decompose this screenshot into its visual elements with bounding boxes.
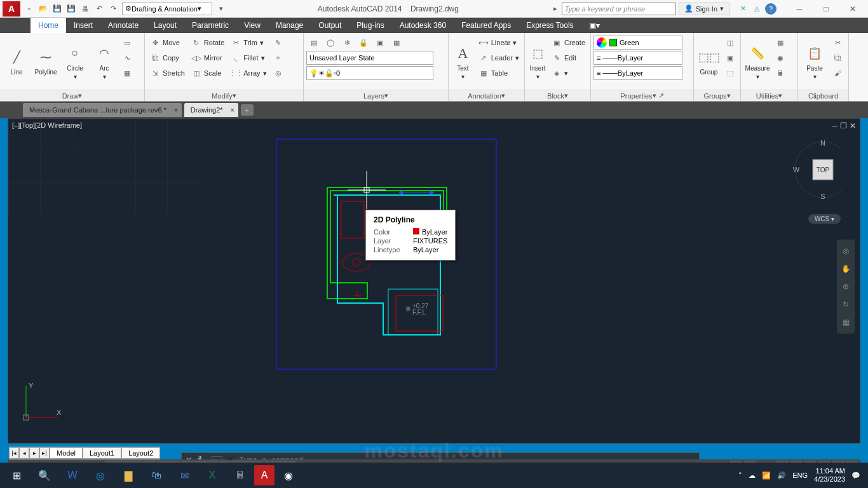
edge-icon[interactable]: ◎: [86, 463, 114, 488]
layout-first-icon[interactable]: |◂: [9, 447, 19, 459]
layer-iso-button[interactable]: ▣: [372, 36, 388, 50]
close-button[interactable]: ✕: [840, 1, 865, 17]
copy-button[interactable]: ⿻Copy: [147, 51, 187, 65]
measure-button[interactable]: 📏Measure▾: [743, 36, 771, 87]
drawing-canvas[interactable]: [–][Top][2D Wireframe] ─ ❐ ✕ ⊕ +0.27 F.F…: [8, 118, 860, 444]
maximize-button[interactable]: □: [813, 1, 839, 17]
array-button[interactable]: ⋮⋮Array ▾: [228, 66, 269, 80]
layout-prev-icon[interactable]: ◂: [19, 447, 29, 459]
close-tab-icon[interactable]: ×: [174, 107, 178, 114]
wcs-badge[interactable]: WCS ▾: [808, 214, 841, 224]
circle-button[interactable]: ○Circle▾: [61, 36, 89, 87]
insert-button[interactable]: ⬚Insert▾: [527, 36, 548, 87]
doc-minimize-icon[interactable]: ─: [832, 121, 837, 130]
match-prop-button[interactable]: 🖌: [830, 66, 845, 80]
copy-clip-button[interactable]: ⿻: [830, 51, 845, 65]
tray-cloud-icon[interactable]: ☁: [749, 471, 756, 480]
start-button[interactable]: ⊞: [3, 463, 31, 488]
showmotion-icon[interactable]: ▦: [839, 316, 852, 329]
scale-button[interactable]: ◫Scale: [189, 66, 227, 80]
open-icon[interactable]: 📂: [37, 3, 50, 15]
taskbar-clock[interactable]: 11:04 AM4/23/2023: [814, 467, 845, 484]
mirror-button[interactable]: ◁▷Mirror: [189, 51, 227, 65]
autocad-logo-icon[interactable]: A: [3, 1, 20, 17]
autocad-taskbar-icon[interactable]: A: [254, 465, 275, 485]
view-cube[interactable]: N S W E TOP: [791, 144, 842, 195]
tray-chevron-icon[interactable]: ˄: [738, 471, 742, 480]
search-input[interactable]: Type a keyword or phrase: [562, 3, 676, 15]
tab-manage[interactable]: Manage: [268, 18, 311, 33]
tray-wifi-icon[interactable]: 📶: [762, 471, 771, 480]
layer-lock-button[interactable]: 🔒: [356, 36, 371, 50]
quick-select-button[interactable]: ◉: [773, 51, 788, 65]
group-bbox-button[interactable]: ⬚: [722, 66, 738, 80]
rotate-button[interactable]: ↻Rotate: [189, 36, 227, 50]
layer-freeze-button[interactable]: ❄: [339, 36, 355, 50]
layer-state-dropdown[interactable]: Unsaved Layer State: [306, 51, 433, 65]
tab-parametric[interactable]: Parametric: [184, 18, 236, 33]
minimize-button[interactable]: ─: [787, 1, 812, 17]
saveas-icon[interactable]: 💾: [65, 3, 78, 15]
spline-button[interactable]: ∿: [119, 51, 135, 65]
mail-icon[interactable]: ✉: [170, 463, 198, 488]
close-tab-icon[interactable]: ×: [231, 107, 234, 114]
cut-button[interactable]: ✂: [830, 36, 845, 50]
layer-current-dropdown[interactable]: 💡☀🔓▫ 0: [306, 66, 433, 80]
qat-dropdown-icon[interactable]: ▾: [215, 3, 227, 15]
hatch-button[interactable]: ▦: [119, 66, 135, 80]
text-button[interactable]: AText▾: [451, 36, 475, 87]
trim-button[interactable]: ✂Trim ▾: [228, 36, 269, 50]
chrome-icon[interactable]: ◉: [275, 463, 302, 488]
tab-autodesk360[interactable]: Autodesk 360: [392, 18, 454, 33]
search-arrow-icon[interactable]: ▸: [549, 3, 562, 15]
group-button[interactable]: ⬚⬚Group: [696, 36, 721, 87]
new-icon[interactable]: ▫: [23, 3, 36, 15]
undo-icon[interactable]: ↶: [93, 3, 105, 15]
tab-output[interactable]: Output: [311, 18, 349, 33]
linetype-dropdown[interactable]: ≡ ─── ByLayer: [593, 66, 682, 80]
layout-next-icon[interactable]: ▸: [29, 447, 39, 459]
offset-button[interactable]: ◎: [271, 66, 286, 80]
steering-wheel-icon[interactable]: ◎: [839, 245, 852, 257]
zoom-extents-icon[interactable]: ⊕: [839, 280, 852, 293]
quick-calc-button[interactable]: 🖩: [773, 66, 788, 80]
edit-attr-button[interactable]: ◈▾: [549, 66, 588, 80]
excel-icon[interactable]: X: [198, 463, 226, 488]
orbit-icon[interactable]: ↻: [839, 298, 852, 311]
tab-insert[interactable]: Insert: [66, 18, 100, 33]
tab-focus-icon[interactable]: ▣▾: [581, 18, 607, 33]
layer-off-button[interactable]: ◯: [323, 36, 338, 50]
layer-match-button[interactable]: ▦: [389, 36, 404, 50]
fillet-button[interactable]: ◟Fillet ▾: [228, 51, 269, 65]
autodesk360-icon[interactable]: ◬: [751, 3, 763, 15]
tab-layout[interactable]: Layout: [146, 18, 184, 33]
notifications-icon[interactable]: 💬: [851, 471, 860, 480]
search-taskbar-icon[interactable]: 🔍: [31, 463, 58, 488]
calculator-icon[interactable]: 🖩: [226, 463, 254, 488]
tray-volume-icon[interactable]: 🔊: [777, 471, 786, 480]
layout-tab-model[interactable]: Model: [50, 447, 83, 459]
line-button[interactable]: ╱Line: [3, 36, 31, 87]
signin-button[interactable]: 👤 Sign In ▾: [679, 3, 729, 15]
word-icon[interactable]: W: [58, 463, 86, 488]
color-dropdown[interactable]: Green: [593, 36, 682, 50]
tab-featured-apps[interactable]: Featured Apps: [454, 18, 519, 33]
tab-view[interactable]: View: [236, 18, 268, 33]
exchange-icon[interactable]: ✕: [737, 3, 749, 15]
file-tab-1[interactable]: Mesca-Grand Cabana ...ture package rev6 …: [23, 103, 182, 117]
save-icon[interactable]: 💾: [51, 3, 64, 15]
create-block-button[interactable]: ▣Create: [549, 36, 588, 50]
tab-plugins[interactable]: Plug-ins: [349, 18, 391, 33]
doc-restore-icon[interactable]: ❐: [840, 121, 847, 130]
tray-language[interactable]: ENG: [792, 471, 808, 479]
help-icon[interactable]: ?: [765, 3, 776, 15]
doc-close-icon[interactable]: ✕: [850, 121, 856, 130]
pan-icon[interactable]: ✋: [839, 262, 852, 275]
leader-button[interactable]: ↗Leader ▾: [476, 51, 522, 65]
stretch-button[interactable]: ⇲Stretch: [147, 66, 187, 80]
group-edit-button[interactable]: ▣: [722, 51, 738, 65]
store-icon[interactable]: 🛍: [142, 463, 170, 488]
new-tab-button[interactable]: +: [241, 104, 254, 116]
table-button[interactable]: ▦Table: [476, 66, 522, 80]
arc-button[interactable]: ◠Arc▾: [90, 36, 118, 87]
